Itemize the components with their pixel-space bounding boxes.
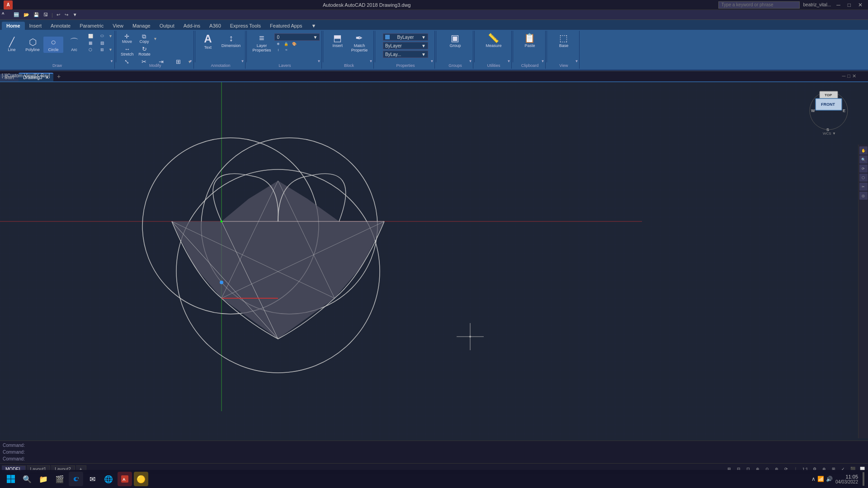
user-label: beatriz_vital... xyxy=(803,2,831,7)
tab-a360[interactable]: A360 xyxy=(205,22,226,30)
draw-line-btn[interactable]: ╱ Line xyxy=(2,37,22,53)
props-color-dropdown[interactable]: ByLayer ▼ xyxy=(383,33,428,41)
tab-annotate[interactable]: Annotate xyxy=(46,22,75,30)
compass-W: W xyxy=(811,108,815,113)
draw-table-btn[interactable]: ⊞ xyxy=(97,47,108,53)
utilities-group-expand[interactable]: ▼ xyxy=(507,59,510,63)
rp-zoom-btn[interactable]: 🔍 xyxy=(859,155,868,164)
layer-freeze-btn[interactable]: ❄ xyxy=(274,42,282,47)
tab-insert[interactable]: Insert xyxy=(25,22,47,30)
qat-more[interactable]: ▼ xyxy=(71,11,79,18)
measure-btn[interactable]: 📏 Measure xyxy=(483,33,504,49)
tray-expand-icon[interactable]: ∧ xyxy=(811,476,816,482)
search-input[interactable] xyxy=(718,1,800,9)
svg-text:A: A xyxy=(123,477,126,482)
tray-volume-icon[interactable]: 🔊 xyxy=(826,476,833,482)
group-btn[interactable]: ▣ Group xyxy=(445,33,465,49)
draw-more-icon[interactable]: ▼ xyxy=(108,34,113,38)
qat-open[interactable]: 📂 xyxy=(22,11,31,18)
layer-dropdown[interactable]: 0 ▼ xyxy=(274,33,320,41)
modify-more-icon[interactable]: ▼ xyxy=(153,37,157,41)
taskbar-clock[interactable]: 11:05 04/03/2022 xyxy=(835,474,858,484)
show-desktop-btn[interactable] xyxy=(863,472,864,486)
tab-more[interactable]: ▼ xyxy=(307,22,321,30)
layer-props-btn[interactable]: ≡ Layer Properties xyxy=(250,33,274,53)
modify-rotate-btn[interactable]: ↻ Rotate xyxy=(136,45,152,57)
tab-home[interactable]: Home xyxy=(2,22,25,30)
layers-group-expand[interactable]: ▼ xyxy=(317,59,321,63)
window-maximize[interactable]: □ xyxy=(846,2,853,8)
rp-orbit-btn[interactable]: ⟳ xyxy=(859,164,868,173)
qat-new[interactable]: 🆕 xyxy=(12,11,21,18)
modify-group-expand[interactable]: ▼ xyxy=(189,59,193,63)
draw-hatch-btn[interactable]: ▦ xyxy=(85,40,96,46)
tab-view[interactable]: View xyxy=(108,22,128,30)
qat-save[interactable]: 💾 xyxy=(32,11,41,18)
taskbar-mail-btn[interactable]: ✉ xyxy=(85,472,99,486)
ribbon-group-modify: ✛ Move ⧉ Copy ▼ ↔ Stretch ↻ Rotate xyxy=(117,31,194,69)
view-group-expand[interactable]: ▼ xyxy=(575,59,578,63)
tab-output[interactable]: Output xyxy=(155,22,179,30)
annotation-group-expand[interactable]: ▼ xyxy=(241,59,244,63)
rp-3d-btn[interactable]: ⬡ xyxy=(859,174,868,182)
modify-stretch-btn[interactable]: ↔ Stretch xyxy=(119,45,136,57)
draw-circle-btn[interactable]: ○ Circle xyxy=(43,37,63,53)
draw-polyline-btn[interactable]: ⬡ Polyline xyxy=(23,37,42,53)
taskbar-browser-btn[interactable]: 🌐 xyxy=(101,472,116,486)
paste-btn[interactable]: 📋 Paste xyxy=(520,33,540,49)
tray-network-icon[interactable]: 📶 xyxy=(817,476,824,482)
taskbar-app1-btn[interactable]: A xyxy=(118,472,132,486)
layer-state-btn[interactable]: ↕ xyxy=(274,47,282,52)
groups-group-expand[interactable]: ▼ xyxy=(468,59,472,63)
tab-manage[interactable]: Manage xyxy=(128,22,155,30)
draw-more2-icon[interactable]: ▼ xyxy=(108,47,113,52)
base-view-btn[interactable]: ⬚ Base xyxy=(554,33,574,49)
viewport-close[interactable]: ✕ xyxy=(852,73,856,79)
rp-isolate-btn[interactable]: ◎ xyxy=(859,192,868,200)
qat-save-as[interactable]: 🖫 xyxy=(42,11,50,18)
props-lineweight-dropdown[interactable]: ByLay... ▼ xyxy=(383,51,428,58)
taskbar-start-btn[interactable] xyxy=(4,472,18,486)
modify-scale-btn[interactable]: ⤡ xyxy=(119,58,135,66)
props-linetype-dropdown[interactable]: ByLayer ▼ xyxy=(383,42,428,49)
rp-cut-btn[interactable]: ✂ xyxy=(859,183,868,191)
taskbar-edge-btn[interactable] xyxy=(69,472,83,486)
taskbar-search-btn[interactable]: 🔍 xyxy=(20,472,34,486)
tab-featured[interactable]: Featured Apps xyxy=(265,22,307,30)
tab-parametric[interactable]: Parametric xyxy=(75,22,108,30)
draw-rect-btn[interactable]: ⬜ xyxy=(85,33,96,39)
layer-lock-btn[interactable]: 🔒 xyxy=(283,42,290,47)
annotation-text-btn[interactable]: A Text xyxy=(198,33,218,51)
annotation-dimension-btn[interactable]: ↕ Dimension xyxy=(219,33,244,49)
taskbar-media-btn[interactable]: 🎬 xyxy=(52,472,67,486)
viewport-max[interactable]: □ xyxy=(847,73,850,79)
window-minimize[interactable]: ─ xyxy=(835,2,842,8)
taskbar-right: ∧ 📶 🔊 11:05 04/03/2022 xyxy=(811,472,864,486)
modify-move-btn[interactable]: ✛ Move xyxy=(119,33,135,45)
window-close[interactable]: ✕ xyxy=(856,2,864,8)
viewport-min[interactable]: ─ xyxy=(842,73,846,79)
qat-undo[interactable]: ↩ xyxy=(55,11,62,18)
properties-group-expand[interactable]: ▼ xyxy=(430,59,434,63)
tab-addins[interactable]: Add-ins xyxy=(179,22,205,30)
draw-arc-btn[interactable]: ⌒ Arc xyxy=(64,37,84,53)
tab-express[interactable]: Express Tools xyxy=(226,22,265,30)
taskbar-files-btn[interactable]: 📁 xyxy=(36,472,51,486)
modify-copy-btn[interactable]: ⧉ Copy xyxy=(136,33,152,45)
draw-ellipse-btn[interactable]: ⬭ xyxy=(97,33,108,39)
taskbar-app2-btn[interactable]: 🟡 xyxy=(134,472,148,486)
props-linetype-label: ByLayer xyxy=(385,43,402,48)
rp-pan-btn[interactable]: ✋ xyxy=(859,146,868,155)
modify-array-btn[interactable]: ⊞ xyxy=(170,58,187,66)
tab-add-btn[interactable]: + xyxy=(54,71,63,81)
layer-color-btn[interactable]: 🎨 xyxy=(291,42,298,47)
draw-region-btn[interactable]: ⬡ xyxy=(85,47,96,53)
layer-match-btn[interactable]: ≈ xyxy=(283,47,290,52)
qat-redo[interactable]: ↪ xyxy=(63,11,70,18)
match-props-btn[interactable]: ✒ Match Propertie xyxy=(349,33,371,53)
clipboard-group-expand[interactable]: ▼ xyxy=(541,59,544,63)
block-group-expand[interactable]: ▼ xyxy=(369,59,373,63)
draw-gradient-btn[interactable]: ▨ xyxy=(97,40,108,46)
draw-group-expand[interactable]: ▼ xyxy=(110,59,113,63)
block-insert-btn[interactable]: ⬒ Insert xyxy=(328,33,348,49)
